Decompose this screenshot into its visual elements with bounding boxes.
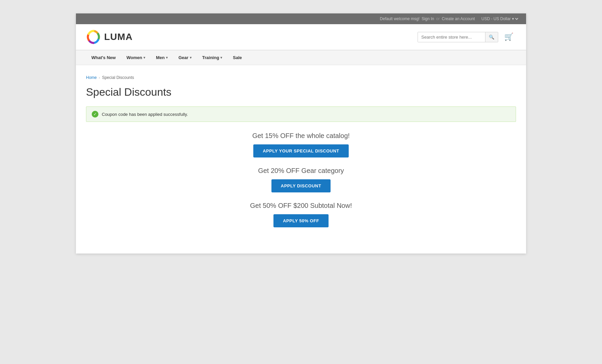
gear-chevron-icon: ▾ bbox=[190, 56, 191, 59]
top-bar: Default welcome msg! Sign In or Create a… bbox=[76, 13, 526, 24]
cart-icon[interactable]: 🛒 bbox=[502, 31, 516, 43]
signin-link[interactable]: Sign In bbox=[422, 16, 434, 21]
search-box: 🔍 bbox=[418, 32, 498, 42]
men-chevron-icon: ▾ bbox=[166, 56, 168, 59]
training-chevron-icon: ▾ bbox=[220, 56, 222, 59]
discount-section-1: Get 20% OFF Gear categoryApply Discount bbox=[258, 167, 344, 192]
page-title: Special Discounts bbox=[86, 86, 516, 98]
currency-selector[interactable]: USD - US Dollar ▾ bbox=[480, 16, 519, 21]
nav-item-sale[interactable]: Sale bbox=[227, 50, 247, 65]
discount-headline-0: Get 15% OFF the whole catalog! bbox=[252, 132, 350, 140]
content-area: Home › Special Discounts Special Discoun… bbox=[76, 65, 526, 254]
logo-area: LUMA bbox=[86, 30, 133, 44]
main-nav: What's NewWomen▾Men▾Gear▾Training▾Sale bbox=[76, 50, 526, 65]
nav-item-training[interactable]: Training▾ bbox=[197, 50, 228, 65]
discount-button-1[interactable]: Apply Discount bbox=[271, 179, 331, 192]
search-icon: 🔍 bbox=[489, 35, 494, 40]
header-right: 🔍 🛒 bbox=[418, 31, 516, 43]
luma-logo-icon bbox=[86, 30, 101, 44]
page-wrapper: Default welcome msg! Sign In or Create a… bbox=[76, 13, 526, 254]
discount-headline-2: Get 50% OFF $200 Subtotal Now! bbox=[250, 202, 352, 210]
breadcrumb-home[interactable]: Home bbox=[86, 75, 97, 80]
success-icon: ✓ bbox=[92, 111, 98, 118]
discount-headline-1: Get 20% OFF Gear category bbox=[258, 167, 344, 175]
discount-button-2[interactable]: Apply 50% OFF bbox=[273, 214, 329, 227]
search-input[interactable] bbox=[418, 32, 485, 42]
discount-section-2: Get 50% OFF $200 Subtotal Now!Apply 50% … bbox=[250, 202, 352, 227]
breadcrumb: Home › Special Discounts bbox=[86, 75, 516, 80]
discount-section-0: Get 15% OFF the whole catalog!Apply Your… bbox=[252, 132, 350, 157]
welcome-message: Default welcome msg! bbox=[380, 16, 420, 21]
currency-separator bbox=[477, 16, 478, 21]
breadcrumb-current: Special Discounts bbox=[102, 75, 134, 80]
create-account-link[interactable]: Create an Account bbox=[442, 16, 475, 21]
nav-item-men[interactable]: Men▾ bbox=[150, 50, 173, 65]
logo-text: LUMA bbox=[104, 32, 133, 42]
women-chevron-icon: ▾ bbox=[143, 56, 145, 59]
success-text: Coupon code has been applied successfull… bbox=[102, 112, 188, 117]
discount-button-0[interactable]: Apply Your Special Discount bbox=[253, 144, 349, 157]
discounts-container: Get 15% OFF the whole catalog!Apply Your… bbox=[86, 132, 516, 237]
success-banner: ✓ Coupon code has been applied successfu… bbox=[86, 106, 516, 122]
nav-item-gear[interactable]: Gear▾ bbox=[173, 50, 197, 65]
nav-item-what's-new[interactable]: What's New bbox=[86, 50, 121, 65]
header: LUMA 🔍 🛒 bbox=[76, 24, 526, 50]
nav-item-women[interactable]: Women▾ bbox=[121, 50, 150, 65]
breadcrumb-separator: › bbox=[99, 76, 100, 80]
or-separator: or bbox=[436, 16, 440, 21]
search-button[interactable]: 🔍 bbox=[485, 32, 498, 42]
